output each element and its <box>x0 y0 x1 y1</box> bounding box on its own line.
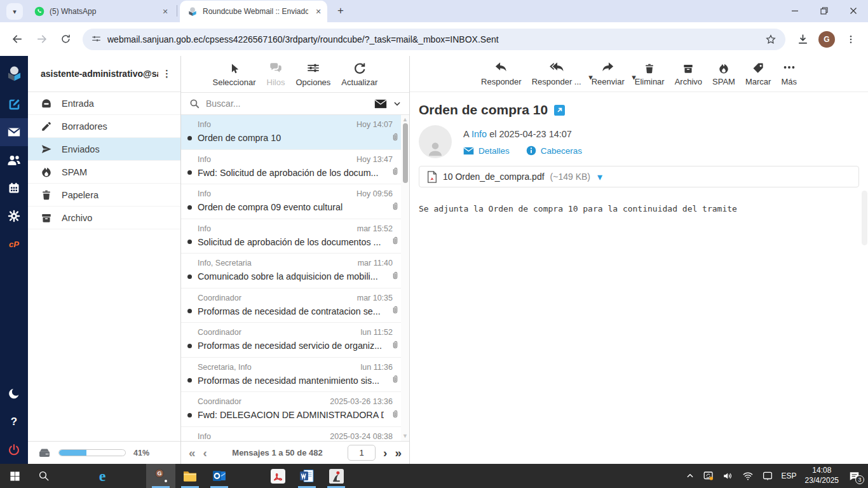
folder-item[interactable]: Archivo <box>28 207 180 229</box>
rail-item[interactable]: ? <box>0 408 28 436</box>
rail-item[interactable]: cP <box>0 230 28 258</box>
downloads-button[interactable] <box>792 29 813 50</box>
page-number-input[interactable] <box>348 445 376 461</box>
tray-item[interactable] <box>722 470 734 482</box>
message-row[interactable]: Info mar 15:52 Solicitud de aprobación d… <box>181 219 409 254</box>
tab-whatsapp[interactable]: (5) WhatsApp ✕ <box>27 1 174 22</box>
taskbar-app-button[interactable] <box>234 464 263 488</box>
reader-toolbar-button[interactable]: Responder ... ▾ <box>532 61 581 86</box>
rail-item[interactable] <box>0 436 28 464</box>
forward-button[interactable] <box>31 29 52 50</box>
browser-menu-button[interactable] <box>840 29 862 50</box>
message-row[interactable]: Coordinador lun 11:52 Proformas de neces… <box>181 323 409 358</box>
reader-pane: Responder ▾ Responder ... ▾ Reenviar ▾ E… <box>410 56 868 464</box>
folder-item[interactable]: Entrada <box>28 92 180 115</box>
message-row[interactable]: Coordinador mar 10:35 Proformas de neces… <box>181 288 409 323</box>
message-row[interactable]: Info, Secretaria mar 11:40 Comunicado so… <box>181 254 409 288</box>
message-row[interactable]: Coordinador 2025-03-26 13:36 Fwd: DELEGA… <box>181 392 409 427</box>
taskbar-app-button[interactable] <box>0 464 29 488</box>
taskbar-app-button[interactable] <box>29 464 58 488</box>
folder-item[interactable]: Papelera <box>28 184 180 207</box>
language-indicator[interactable]: ESP <box>782 471 797 480</box>
close-icon[interactable]: ✕ <box>160 6 170 17</box>
list-toolbar-button[interactable]: Seleccionar <box>213 62 256 87</box>
tab-roundcube[interactable]: Roundcube Webmail :: Enviados ✕ <box>180 1 327 22</box>
rail-item[interactable] <box>0 118 28 146</box>
details-toggle[interactable]: Detalles <box>463 146 510 156</box>
next-page-button[interactable]: › <box>383 447 387 459</box>
message-row[interactable]: Info Hoy 14:07 Orden de compra 10 <box>181 115 409 150</box>
attachment-row[interactable]: 10 Orden_de_compra.pdf (~149 KB) ▾ <box>419 166 859 187</box>
clock[interactable]: 14:08 23/4/2025 <box>805 466 839 485</box>
rail-item[interactable] <box>0 90 28 118</box>
taskbar-app-button[interactable] <box>292 464 322 488</box>
reload-button[interactable] <box>55 29 76 50</box>
message-row[interactable]: Info Hoy 09:56 Orden de compra 09 evento… <box>181 184 409 219</box>
list-toolbar-button[interactable]: Opciones <box>295 62 330 87</box>
bookmark-star-icon[interactable] <box>765 34 776 45</box>
scroll-up-icon[interactable]: ▲ <box>402 117 408 123</box>
tray-item[interactable] <box>742 470 754 482</box>
folder-item[interactable]: SPAM <box>28 161 180 184</box>
tray-item[interactable] <box>703 470 714 482</box>
recipient-link[interactable]: Info <box>471 129 487 139</box>
minimize-button[interactable] <box>780 0 810 22</box>
reader-toolbar-button[interactable]: Eliminar ▾ <box>635 61 665 86</box>
open-in-new-window-icon[interactable] <box>554 105 565 116</box>
attachment-menu-caret-icon[interactable]: ▾ <box>597 171 602 183</box>
reader-toolbar-button[interactable]: Marcar ▾ <box>745 61 771 86</box>
tray-item[interactable] <box>686 471 695 480</box>
taskbar-app-button[interactable]: G <box>146 464 175 488</box>
back-button[interactable] <box>6 29 28 50</box>
message-row[interactable]: Secretaria, Info lun 11:36 Proformas de … <box>181 358 409 393</box>
reader-scrollbar-thumb[interactable] <box>862 191 867 245</box>
list-scrollbar[interactable]: ▲ ▼ <box>401 115 409 441</box>
site-info-icon[interactable] <box>92 34 101 44</box>
reader-toolbar-button[interactable]: Responder ▾ <box>481 61 522 86</box>
tray-item[interactable] <box>762 470 773 482</box>
taskbar-app-button[interactable] <box>117 464 146 488</box>
taskbar-app-button[interactable] <box>175 464 205 488</box>
reader-toolbar-button[interactable]: Reenviar ▾ <box>592 61 625 86</box>
new-tab-button[interactable]: + <box>332 3 349 19</box>
attachment-name[interactable]: 10 Orden_de_compra.pdf <box>443 172 545 182</box>
taskbar-app-button[interactable] <box>58 464 88 488</box>
message-row[interactable]: Info Hoy 13:47 Fwd: Solicitud de aprobac… <box>181 150 409 185</box>
folder-item[interactable]: Enviados <box>28 138 180 161</box>
rail-item[interactable] <box>0 56 28 90</box>
search-options-chevron-icon[interactable] <box>393 99 402 108</box>
profile-avatar[interactable]: G <box>818 31 835 48</box>
first-page-button[interactable]: « <box>189 447 196 459</box>
rail-item[interactable] <box>0 174 28 202</box>
list-toolbar-button[interactable]: Actualizar <box>341 62 377 87</box>
reader-toolbar-button[interactable]: Archivo ▾ <box>675 61 702 86</box>
reader-toolbar-button[interactable]: SPAM ▾ <box>712 61 735 86</box>
list-toolbar-button[interactable]: Hilos <box>267 62 285 87</box>
taskbar-app-button[interactable] <box>263 464 292 488</box>
folder-item[interactable]: Borradores <box>28 115 180 138</box>
more-dots-icon <box>782 61 796 74</box>
url-bar[interactable]: webmail.sanjuan.gob.ec/cpsess4226567160/… <box>83 29 785 50</box>
search-input[interactable] <box>206 98 369 109</box>
scroll-down-icon[interactable]: ▼ <box>402 433 408 439</box>
scrollbar-thumb[interactable] <box>403 123 408 183</box>
restore-button[interactable] <box>810 0 839 22</box>
last-page-button[interactable]: » <box>395 447 402 459</box>
taskbar-app-button[interactable] <box>205 464 234 488</box>
action-center-button[interactable]: 3 <box>848 470 860 482</box>
tab-search-button[interactable]: ▾ <box>6 3 23 20</box>
taskbar-app-button[interactable] <box>322 464 351 488</box>
reader-toolbar-button[interactable]: Más ▾ <box>781 61 797 86</box>
rail-item[interactable] <box>0 202 28 230</box>
rail-item[interactable] <box>0 380 28 408</box>
close-window-button[interactable] <box>839 0 868 22</box>
close-icon[interactable]: ✕ <box>313 6 323 17</box>
rail-item[interactable] <box>0 146 28 174</box>
message-from: Info <box>198 155 211 164</box>
account-menu-icon[interactable]: ⋮ <box>158 68 175 79</box>
message-row[interactable]: Info 2025-03-24 08:38 <box>181 427 409 442</box>
prev-page-button[interactable]: ‹ <box>203 447 207 459</box>
taskbar-app-button[interactable]: e <box>88 464 117 488</box>
headers-toggle[interactable]: Cabeceras <box>526 146 582 156</box>
search-scope-mail-icon[interactable] <box>374 99 387 109</box>
